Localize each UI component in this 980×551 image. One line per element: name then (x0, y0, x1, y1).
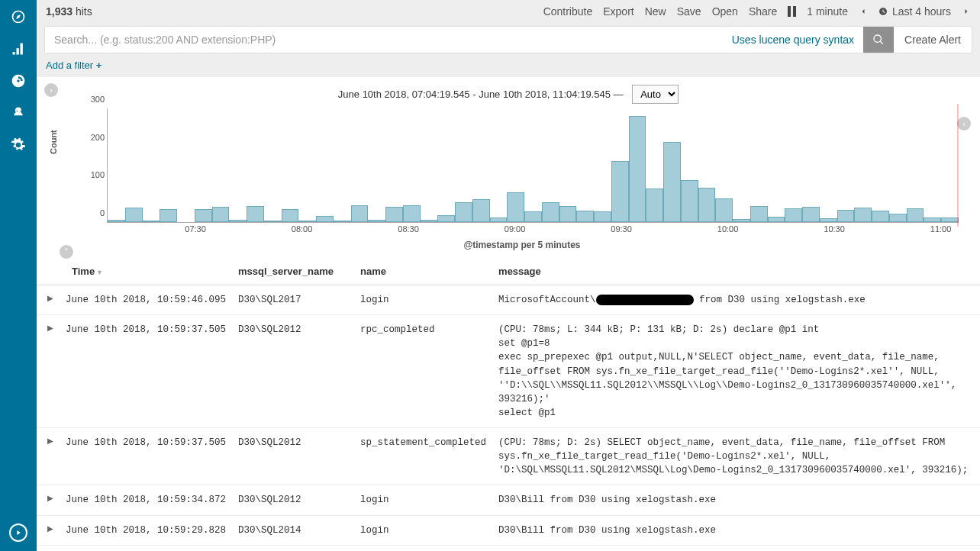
search-button[interactable] (863, 27, 894, 53)
histogram-bar[interactable] (125, 208, 143, 222)
refresh-interval[interactable]: 1 minute (807, 5, 848, 18)
discover-icon[interactable] (11, 9, 26, 24)
expand-row-button[interactable]: ▶ (37, 515, 60, 545)
cell-server: D30\SQL2012 (232, 428, 354, 485)
cell-message: D30\Bill from D30 using xelogstash.exe (492, 515, 980, 545)
histogram-bar[interactable] (229, 220, 247, 222)
histogram-bar[interactable] (837, 210, 855, 222)
table-row[interactable]: ▶June 10th 2018, 10:59:29.827D30\SQL2014… (37, 545, 980, 551)
histogram-bar[interactable] (889, 214, 907, 222)
time-range-picker[interactable]: Last 4 hours (878, 5, 951, 18)
histogram-bar[interactable] (524, 211, 542, 222)
time-prev-button[interactable] (859, 7, 868, 16)
histogram-bar[interactable] (490, 218, 508, 222)
expand-row-button[interactable]: ▶ (37, 428, 60, 485)
histogram-bar[interactable] (646, 188, 663, 222)
interval-select[interactable]: Auto (632, 85, 679, 104)
histogram-bar[interactable] (455, 202, 472, 222)
settings-icon[interactable] (11, 137, 26, 153)
histogram-bar[interactable] (629, 116, 646, 222)
search-input[interactable] (45, 27, 723, 53)
histogram-bar[interactable] (611, 161, 629, 222)
histogram-bar[interactable] (334, 221, 351, 222)
histogram-bar[interactable] (681, 180, 698, 222)
histogram-bar[interactable] (785, 208, 802, 222)
histogram-bar[interactable] (143, 221, 160, 222)
histogram-bar[interactable] (160, 209, 177, 222)
histogram-bar[interactable] (594, 211, 611, 222)
histogram-bar[interactable] (264, 221, 282, 222)
create-alert-button[interactable]: Create Alert (894, 27, 972, 53)
hits-count: 1,933 hits (46, 5, 92, 18)
cell-message: MicrosoftAccount\ from D30 using xelogst… (492, 285, 980, 315)
histogram-bar[interactable] (437, 215, 455, 222)
histogram-bar[interactable] (559, 206, 577, 222)
histogram-bar[interactable] (385, 207, 403, 222)
table-row[interactable]: ▶June 10th 2018, 10:59:34.872D30\SQL2012… (37, 485, 980, 515)
play-button[interactable] (9, 524, 27, 542)
save-link[interactable]: Save (677, 5, 701, 18)
time-next-button[interactable] (962, 7, 971, 16)
histogram-bar[interactable] (108, 220, 125, 222)
table-row[interactable]: ▶June 10th 2018, 10:59:46.095D30\SQL2017… (37, 285, 980, 315)
histogram-bar[interactable] (924, 218, 941, 222)
add-filter-link[interactable]: Add a filter + (46, 60, 102, 71)
histogram-bar[interactable] (941, 218, 959, 222)
histogram-bar[interactable] (282, 209, 299, 222)
histogram-bar[interactable] (872, 211, 889, 222)
visualize-icon[interactable] (11, 41, 26, 56)
histogram-bar[interactable] (698, 188, 716, 222)
timelion-icon[interactable] (11, 105, 26, 121)
collapse-fields-button[interactable]: › (44, 83, 58, 97)
lucene-syntax-link[interactable]: Uses lucene query syntax (723, 27, 863, 53)
histogram-bar[interactable] (907, 208, 924, 222)
histogram-bar[interactable] (368, 220, 385, 222)
histogram-bar[interactable] (576, 211, 594, 222)
expand-row-button[interactable]: ▶ (37, 315, 60, 428)
histogram-bar[interactable] (212, 207, 230, 222)
cell-name: login (354, 285, 492, 315)
dashboard-icon[interactable] (11, 73, 26, 89)
histogram-bar[interactable] (421, 220, 438, 222)
collapse-table-button[interactable]: ˄ (60, 245, 73, 259)
cell-name: errorlog_writt (354, 545, 492, 551)
table-row[interactable]: ▶June 10th 2018, 10:59:37.505D30\SQL2012… (37, 428, 980, 485)
histogram-bar[interactable] (247, 206, 264, 222)
pause-refresh-button[interactable] (788, 6, 796, 17)
histogram-bar[interactable] (854, 208, 872, 222)
histogram-bar[interactable] (316, 216, 334, 222)
histogram-bar[interactable] (351, 205, 369, 222)
histogram-bar[interactable] (195, 209, 212, 222)
open-link[interactable]: Open (712, 5, 738, 18)
histogram-bar[interactable] (768, 217, 785, 222)
col-time[interactable]: Time▼ (37, 258, 232, 285)
histogram-bar[interactable] (733, 219, 750, 222)
expand-row-button[interactable]: ▶ (37, 285, 60, 315)
table-row[interactable]: ▶June 10th 2018, 10:59:29.828D30\SQL2014… (37, 515, 980, 545)
histogram-bar[interactable] (507, 192, 524, 222)
histogram-bar[interactable] (298, 221, 316, 222)
cell-time: June 10th 2018, 10:59:29.827 (60, 545, 232, 551)
histogram-bar[interactable] (715, 198, 733, 222)
col-message[interactable]: message (492, 258, 980, 285)
cell-name: sp_statement_completed (354, 428, 492, 485)
expand-row-button[interactable]: ▶ (37, 485, 60, 515)
expand-row-button[interactable]: ▶ (37, 545, 60, 551)
histogram-bar[interactable] (472, 199, 490, 222)
share-link[interactable]: Share (749, 5, 777, 18)
histogram-bar[interactable] (750, 206, 768, 222)
new-link[interactable]: New (645, 5, 666, 18)
cell-server: D30\SQL2017 (232, 285, 354, 315)
histogram-bar[interactable] (802, 207, 820, 222)
histogram-bar[interactable] (403, 205, 421, 222)
histogram-bar[interactable] (542, 202, 559, 222)
histogram-bar[interactable] (820, 218, 837, 222)
histogram-bar[interactable] (663, 142, 681, 222)
export-link[interactable]: Export (603, 5, 633, 18)
contribute-link[interactable]: Contribute (543, 5, 593, 18)
table-row[interactable]: ▶June 10th 2018, 10:59:37.505D30\SQL2012… (37, 315, 980, 428)
histogram-chart[interactable]: 0100200300 (107, 108, 959, 223)
col-server[interactable]: mssql_server_name (232, 258, 354, 285)
cell-time: June 10th 2018, 10:59:37.505 (60, 315, 232, 428)
col-name[interactable]: name (354, 258, 492, 285)
